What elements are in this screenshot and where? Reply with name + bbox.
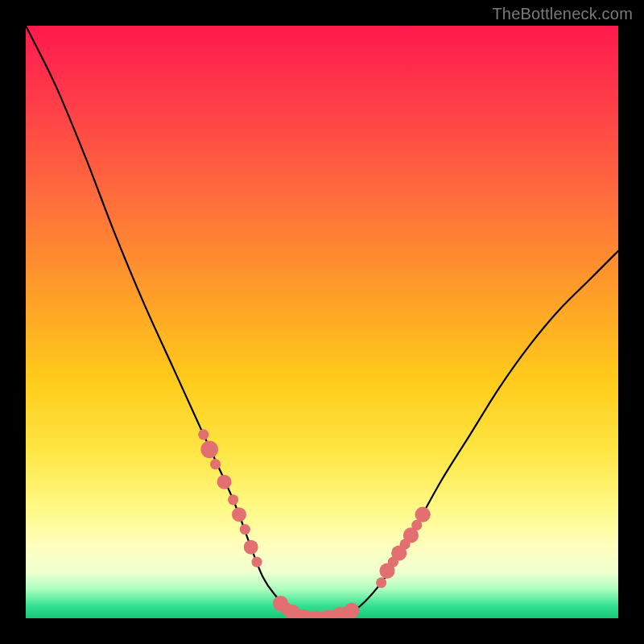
highlight-point: [240, 524, 250, 535]
highlight-point: [217, 475, 232, 489]
highlight-point: [232, 507, 246, 522]
highlight-point: [376, 577, 386, 588]
highlight-point: [244, 540, 258, 555]
highlight-point: [200, 440, 218, 458]
highlight-point: [344, 603, 359, 618]
watermark-text: TheBottleneck.com: [492, 5, 633, 23]
curve-layer: [26, 26, 618, 618]
plot-area: [26, 26, 618, 618]
highlight-point: [251, 556, 262, 567]
highlight-points: [198, 429, 431, 618]
highlight-point: [210, 459, 221, 469]
bottleneck-curve: [26, 26, 618, 618]
chart-frame: TheBottleneck.com: [0, 0, 644, 644]
highlight-point: [228, 494, 238, 505]
highlight-point: [198, 429, 208, 440]
highlight-point: [415, 507, 431, 522]
